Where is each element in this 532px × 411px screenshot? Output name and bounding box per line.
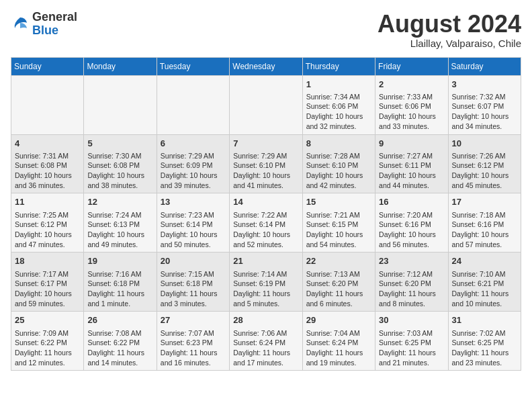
- day-info: Daylight: 11 hours: [452, 289, 517, 299]
- day-info: and 50 minutes.: [161, 240, 226, 250]
- day-info: Sunset: 6:12 PM: [15, 220, 80, 230]
- calendar-cell: 25Sunrise: 7:09 AMSunset: 6:22 PMDayligh…: [11, 312, 84, 371]
- day-info: Sunset: 6:14 PM: [233, 220, 298, 230]
- day-info: Sunrise: 7:03 AM: [379, 328, 444, 338]
- day-number: 26: [87, 314, 152, 326]
- day-info: and 39 minutes.: [161, 181, 226, 191]
- day-number: 22: [306, 255, 371, 267]
- day-info: and 23 minutes.: [452, 358, 517, 368]
- calendar-cell: [157, 75, 229, 134]
- day-info: Sunset: 6:13 PM: [87, 220, 152, 230]
- day-info: Sunset: 6:07 PM: [452, 101, 517, 111]
- day-number: 3: [452, 79, 517, 91]
- day-info: Daylight: 10 hours: [161, 171, 226, 181]
- calendar-cell: 28Sunrise: 7:06 AMSunset: 6:24 PMDayligh…: [230, 312, 302, 371]
- calendar-cell: 13Sunrise: 7:23 AMSunset: 6:14 PMDayligh…: [157, 193, 229, 253]
- day-info: Sunrise: 7:34 AM: [306, 92, 371, 102]
- day-number: 24: [452, 255, 517, 267]
- day-info: Daylight: 11 hours: [15, 348, 80, 358]
- day-info: Sunset: 6:25 PM: [379, 338, 444, 348]
- day-info: Sunrise: 7:31 AM: [15, 151, 80, 161]
- day-info: Sunrise: 7:27 AM: [379, 151, 444, 161]
- logo-text: General Blue: [32, 11, 77, 38]
- day-info: Daylight: 10 hours: [306, 230, 371, 240]
- header-day: Thursday: [302, 57, 375, 75]
- day-info: Daylight: 11 hours: [452, 348, 517, 358]
- day-info: Sunset: 6:19 PM: [233, 279, 298, 289]
- calendar-cell: 11Sunrise: 7:25 AMSunset: 6:12 PMDayligh…: [11, 193, 84, 253]
- calendar-cell: 1Sunrise: 7:34 AMSunset: 6:06 PMDaylight…: [302, 75, 375, 134]
- day-number: 18: [15, 255, 80, 267]
- day-info: and 21 minutes.: [379, 358, 444, 368]
- day-info: Sunset: 6:25 PM: [452, 338, 517, 348]
- day-info: Daylight: 11 hours: [87, 289, 152, 299]
- day-info: Sunrise: 7:09 AM: [15, 328, 80, 338]
- day-number: 23: [379, 255, 444, 267]
- day-info: Daylight: 10 hours: [87, 171, 152, 181]
- day-number: 31: [452, 314, 517, 326]
- day-info: and 57 minutes.: [452, 240, 517, 250]
- calendar-cell: 20Sunrise: 7:15 AMSunset: 6:18 PMDayligh…: [157, 253, 229, 312]
- calendar-cell: 3Sunrise: 7:32 AMSunset: 6:07 PMDaylight…: [448, 75, 521, 134]
- day-info: Sunset: 6:08 PM: [15, 161, 80, 171]
- calendar-cell: [230, 75, 302, 134]
- day-info: Sunset: 6:16 PM: [452, 220, 517, 230]
- header-day: Saturday: [448, 57, 521, 75]
- day-info: Sunrise: 7:32 AM: [452, 92, 517, 102]
- day-info: and 49 minutes.: [87, 240, 152, 250]
- day-info: Sunrise: 7:12 AM: [379, 269, 444, 279]
- day-number: 14: [233, 196, 298, 208]
- day-number: 17: [452, 196, 517, 208]
- header-day: Wednesday: [230, 57, 302, 75]
- day-info: Sunrise: 7:18 AM: [452, 210, 517, 220]
- day-info: Sunrise: 7:17 AM: [15, 269, 80, 279]
- calendar-cell: 17Sunrise: 7:18 AMSunset: 6:16 PMDayligh…: [448, 193, 521, 253]
- day-info: Sunset: 6:21 PM: [452, 279, 517, 289]
- month-year: August 2024: [378, 11, 521, 38]
- logo-icon: [11, 15, 30, 34]
- day-info: Sunset: 6:10 PM: [306, 161, 371, 171]
- day-number: 12: [87, 196, 152, 208]
- day-info: and 19 minutes.: [306, 358, 371, 368]
- day-info: and 33 minutes.: [379, 122, 444, 132]
- day-info: Sunrise: 7:33 AM: [379, 92, 444, 102]
- day-info: and 36 minutes.: [15, 181, 80, 191]
- day-info: Sunrise: 7:23 AM: [161, 210, 226, 220]
- header-day: Friday: [375, 57, 448, 75]
- calendar-cell: 7Sunrise: 7:29 AMSunset: 6:10 PMDaylight…: [230, 134, 302, 193]
- day-number: 20: [161, 255, 226, 267]
- calendar-week-row: 4Sunrise: 7:31 AMSunset: 6:08 PMDaylight…: [11, 134, 521, 193]
- day-info: Daylight: 10 hours: [452, 230, 517, 240]
- day-info: Sunset: 6:15 PM: [306, 220, 371, 230]
- day-info: Daylight: 10 hours: [452, 111, 517, 122]
- calendar-cell: 9Sunrise: 7:27 AMSunset: 6:11 PMDaylight…: [375, 134, 448, 193]
- calendar-cell: 8Sunrise: 7:28 AMSunset: 6:10 PMDaylight…: [302, 134, 375, 193]
- day-info: Sunset: 6:06 PM: [379, 101, 444, 111]
- day-info: Sunrise: 7:08 AM: [87, 328, 152, 338]
- day-info: Daylight: 10 hours: [306, 111, 371, 122]
- day-info: Daylight: 10 hours: [161, 230, 226, 240]
- header-day: Sunday: [11, 57, 84, 75]
- day-info: Daylight: 11 hours: [306, 348, 371, 358]
- day-info: Sunset: 6:11 PM: [379, 161, 444, 171]
- calendar-week-row: 18Sunrise: 7:17 AMSunset: 6:17 PMDayligh…: [11, 253, 521, 312]
- day-info: Sunrise: 7:25 AM: [15, 210, 80, 220]
- calendar-cell: 23Sunrise: 7:12 AMSunset: 6:20 PMDayligh…: [375, 253, 448, 312]
- day-number: 15: [306, 196, 371, 208]
- day-number: 21: [233, 255, 298, 267]
- calendar-week-row: 25Sunrise: 7:09 AMSunset: 6:22 PMDayligh…: [11, 312, 521, 371]
- day-number: 10: [452, 138, 517, 150]
- day-info: Sunset: 6:24 PM: [233, 338, 298, 348]
- day-info: Daylight: 11 hours: [161, 348, 226, 358]
- day-number: 8: [306, 138, 371, 150]
- calendar-cell: 27Sunrise: 7:07 AMSunset: 6:23 PMDayligh…: [157, 312, 229, 371]
- day-number: 29: [306, 314, 371, 326]
- day-info: and 44 minutes.: [379, 181, 444, 191]
- day-info: Daylight: 10 hours: [233, 230, 298, 240]
- day-info: Daylight: 10 hours: [87, 230, 152, 240]
- page-header: General Blue August 2024 Llaillay, Valpa…: [11, 11, 521, 49]
- day-info: Daylight: 10 hours: [452, 171, 517, 181]
- calendar-cell: 16Sunrise: 7:20 AMSunset: 6:16 PMDayligh…: [375, 193, 448, 253]
- calendar-cell: [11, 75, 84, 134]
- day-info: Sunset: 6:22 PM: [15, 338, 80, 348]
